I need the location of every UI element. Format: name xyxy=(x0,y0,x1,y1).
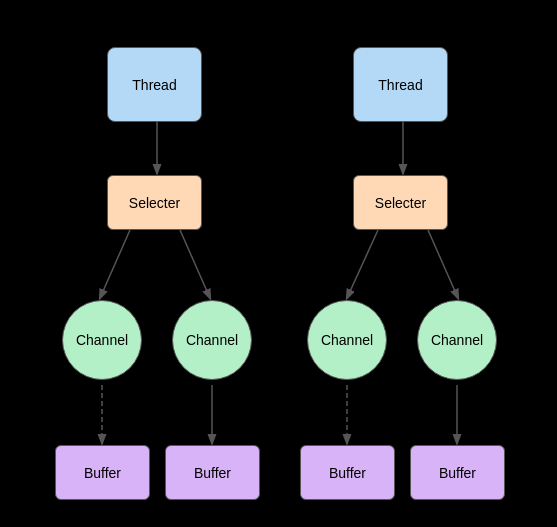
channel1-node: Channel xyxy=(62,300,142,380)
selecter1-node: Selecter xyxy=(107,175,202,230)
buffer1-node: Buffer xyxy=(55,445,150,500)
buffer4-node: Buffer xyxy=(410,445,505,500)
thread2-node: Thread xyxy=(353,47,448,122)
arrow-selecter1-channel2 xyxy=(180,230,210,298)
diagram: Thread Thread Selecter Selecter Channel … xyxy=(0,0,557,527)
channel4-node: Channel xyxy=(417,300,497,380)
thread2-label: Thread xyxy=(378,77,422,93)
buffer2-node: Buffer xyxy=(165,445,260,500)
buffer3-node: Buffer xyxy=(300,445,395,500)
channel3-label: Channel xyxy=(321,332,373,348)
thread1-label: Thread xyxy=(132,77,176,93)
thread1-node: Thread xyxy=(107,47,202,122)
buffer4-label: Buffer xyxy=(439,465,476,481)
buffer1-label: Buffer xyxy=(84,465,121,481)
channel3-node: Channel xyxy=(307,300,387,380)
channel2-node: Channel xyxy=(172,300,252,380)
channel1-label: Channel xyxy=(76,332,128,348)
arrow-selecter2-channel3 xyxy=(347,230,378,298)
selecter1-label: Selecter xyxy=(129,195,180,211)
buffer3-label: Buffer xyxy=(329,465,366,481)
selecter2-node: Selecter xyxy=(353,175,448,230)
arrow-selecter1-channel1 xyxy=(100,230,130,298)
buffer2-label: Buffer xyxy=(194,465,231,481)
channel2-label: Channel xyxy=(186,332,238,348)
arrow-selecter2-channel4 xyxy=(428,230,458,298)
channel4-label: Channel xyxy=(431,332,483,348)
selecter2-label: Selecter xyxy=(375,195,426,211)
